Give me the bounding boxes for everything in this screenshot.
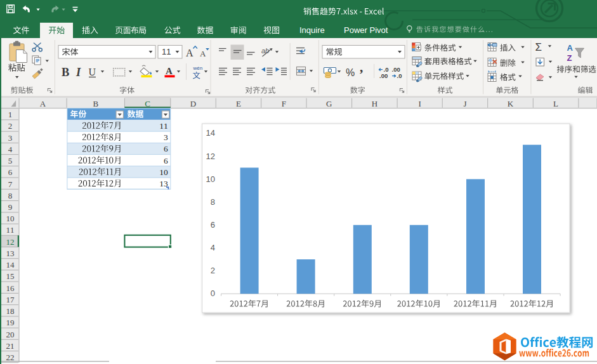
svg-text:9: 9 [8,202,13,212]
svg-text:22: 22 [6,353,15,362]
svg-text:0: 0 [211,289,215,298]
svg-text:10: 10 [206,174,215,184]
svg-text:A: A [186,48,194,58]
svg-text:7: 7 [8,179,13,189]
svg-text:1: 1 [8,110,13,119]
svg-text:10: 10 [159,167,168,177]
svg-text:17: 17 [6,295,15,304]
svg-text:8: 8 [211,197,215,207]
svg-text:J: J [463,99,466,108]
svg-text:D: D [190,99,196,108]
svg-text:14: 14 [206,128,215,138]
svg-text:11: 11 [159,121,168,131]
svg-text:2: 2 [8,121,13,131]
svg-text:14: 14 [6,260,15,270]
svg-text:.00: .00 [379,72,388,79]
svg-text:B: B [62,66,69,79]
svg-text:12: 12 [6,237,15,247]
svg-text:A: A [40,99,46,108]
svg-text:I: I [75,66,81,79]
svg-text:U: U [89,67,96,77]
svg-text:16: 16 [6,283,15,293]
svg-text:10: 10 [6,214,15,223]
svg-text:18: 18 [6,306,15,316]
svg-text:11: 11 [6,225,15,235]
svg-text:6: 6 [164,144,168,153]
svg-text:6: 6 [8,167,13,177]
svg-text:F: F [282,99,286,108]
svg-text:3: 3 [8,133,13,143]
svg-text:ab: ab [261,47,269,55]
svg-text:13: 13 [6,249,15,258]
svg-text:A: A [200,49,206,58]
svg-text:6: 6 [164,156,168,166]
svg-text:C: C [145,99,150,108]
svg-text:11: 11 [162,47,171,56]
svg-text:L: L [553,99,558,108]
svg-text:20: 20 [6,330,15,339]
svg-text:A: A [567,43,574,53]
svg-text:6: 6 [211,220,215,230]
svg-text:2: 2 [211,266,215,275]
svg-text:4: 4 [211,243,215,252]
svg-text:G: G [326,99,332,108]
svg-text:15: 15 [6,271,15,281]
svg-text:4: 4 [8,145,13,154]
svg-text:%: % [346,67,355,78]
svg-text:B: B [93,99,98,108]
svg-text:8: 8 [8,191,13,200]
svg-text:A: A [166,66,173,76]
svg-text:wén: wén [193,65,203,71]
svg-text:Σ: Σ [535,41,542,53]
svg-text:Z: Z [567,53,572,63]
svg-text:Power Pivot: Power Pivot [344,25,388,35]
svg-text:I: I [419,99,421,108]
svg-text:E: E [236,99,241,108]
svg-text:5: 5 [8,156,13,166]
svg-text:.0: .0 [397,72,402,79]
svg-text:12: 12 [206,152,215,161]
svg-text:H: H [372,99,377,108]
svg-text:,: , [360,60,363,75]
svg-text:3: 3 [164,133,168,142]
svg-text:21: 21 [6,341,15,351]
svg-text:19: 19 [6,318,15,327]
svg-text:Inquire: Inquire [299,25,325,35]
svg-text:K: K [508,99,514,108]
